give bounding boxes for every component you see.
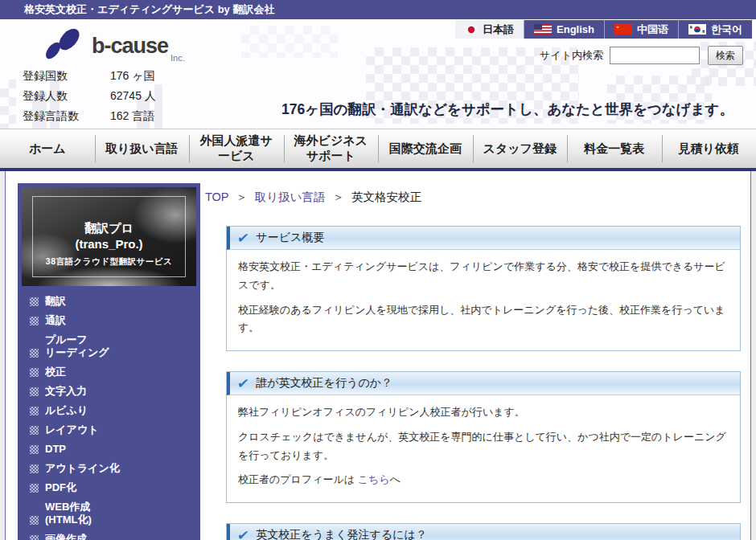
stat-languages: 登録言語数 162 言語 — [23, 109, 156, 124]
world-map-pattern — [0, 80, 16, 129]
stat-label: 登録言語数 — [23, 109, 110, 124]
sidebar-item-web-creation[interactable]: WEB作成 (HTML化) — [30, 497, 196, 530]
header-tagline: 176ヶ国の翻訳・通訳などをサポートし、あなたと世界をつなげます。 — [281, 100, 733, 119]
section-header: ✔ 誰が英文校正を行うのか？ — [227, 372, 740, 395]
sidebar: 翻訳プロ (trans_Pro.) 38言語クラウド型翻訳サービス 翻訳 通訳 … — [18, 183, 200, 540]
grid-bullet-icon — [30, 426, 39, 435]
section-how-to-order: ✔ 英文校正をうまく発注するには？ 最終的な用途、読み手がだれか、校正をする方向… — [226, 523, 741, 540]
grid-bullet-icon — [30, 297, 39, 306]
banner-subtitle: (trans_Pro.) — [75, 237, 142, 251]
content-frame: 翻訳プロ (trans_Pro.) 38言語クラウド型翻訳サービス 翻訳 通訳 … — [5, 171, 751, 540]
bcause-logo[interactable]: b-cause Inc. — [42, 26, 185, 66]
stat-label: 登録国数 — [23, 69, 110, 84]
breadcrumb-separator: ＞ — [236, 190, 248, 203]
section-paragraph: 弊社フィリピンオフィスのフィリピン人校正者が行います。 — [238, 403, 729, 422]
nav-item-staff-registration[interactable]: スタッフ登録 — [473, 129, 568, 168]
nav-item-home[interactable]: ホーム — [0, 129, 95, 168]
grid-bullet-icon — [30, 349, 39, 358]
lang-tab-label: 日本語 — [483, 22, 514, 37]
stat-label: 登録人数 — [23, 89, 110, 104]
site-search-label: サイト内検索 — [540, 48, 603, 63]
nav-item-dispatch-service[interactable]: 外国人派遣サ ービス — [189, 129, 284, 168]
lang-tab-english[interactable]: English — [524, 20, 604, 39]
breadcrumb-link-languages[interactable]: 取り扱い言語 — [255, 190, 326, 203]
section-body: 弊社フィリピンオフィスのフィリピン人校正者が行います。 クロスチェックはできませ… — [227, 395, 740, 502]
grid-bullet-icon — [30, 387, 39, 396]
site-title: 格安英文校正・エディティングサービス by 翻訳会社 — [0, 0, 756, 19]
section-paragraph-with-link: 校正者のプロフィールは こちらへ — [238, 471, 729, 489]
china-flag-icon — [614, 24, 632, 35]
section-paragraph: 格安英文校正・エディティングサービスは、フィリピンで作業する分、格安で校正を提供… — [238, 258, 729, 295]
usa-flag-icon — [534, 24, 552, 35]
nav-item-price-list[interactable]: 料金一覧表 — [567, 129, 662, 168]
korea-flag-icon — [688, 24, 706, 35]
link-line-suffix: へ — [390, 473, 401, 485]
lang-tab-korean[interactable]: 한국어 — [678, 20, 752, 39]
sections: ✔ サービス概要 格安英文校正・エディティングサービスは、フィリピンで作業する分… — [226, 226, 741, 540]
stat-people: 登録人数 62745 人 — [23, 89, 156, 104]
page: 格安英文校正・エディティングサービス by 翻訳会社 b-cause Inc. … — [0, 0, 756, 540]
nav-item-quote-request[interactable]: 見積り依頼 — [662, 129, 756, 168]
nav-item-languages[interactable]: 取り扱い言語 — [95, 129, 190, 168]
sidebar-item-proofreading[interactable]: プルーフ リーディング — [30, 330, 196, 362]
sidebar-item-translation[interactable]: 翻訳 — [30, 292, 196, 311]
sidebar-item-correction[interactable]: 校正 — [30, 362, 196, 382]
banner-caption: 38言語クラウド型翻訳サービス — [46, 256, 172, 268]
top-bar: 格安英文校正・エディティングサービス by 翻訳会社 — [0, 0, 756, 19]
site-search-input[interactable] — [610, 47, 700, 64]
registration-stats: 登録国数 176 ヶ国 登録人数 62745 人 登録言語数 162 言語 — [23, 69, 156, 129]
section-service-overview: ✔ サービス概要 格安英文校正・エディティングサービスは、フィリピンで作業する分… — [226, 226, 741, 351]
world-map-pattern — [241, 26, 338, 58]
trans-pro-banner[interactable]: 翻訳プロ (trans_Pro.) 38言語クラウド型翻訳サービス — [22, 187, 196, 286]
header: b-cause Inc. 登録国数 176 ヶ国 登録人数 62745 人 登録… — [0, 19, 756, 129]
lang-tab-label: 中国语 — [637, 22, 668, 37]
sidebar-item-layout[interactable]: レイアウト — [30, 420, 196, 440]
site-search-button[interactable]: 検索 — [708, 46, 743, 65]
section-title: サービス概要 — [256, 229, 324, 247]
section-header: ✔ 英文校正をうまく発注するには？ — [227, 524, 740, 540]
grid-bullet-icon — [30, 484, 39, 493]
stat-value: 162 言語 — [110, 109, 154, 124]
stat-value: 62745 人 — [110, 89, 156, 104]
section-who-proofreads: ✔ 誰が英文校正を行うのか？ 弊社フィリピンオフィスのフィリピン人校正者が行いま… — [226, 371, 741, 503]
lang-tab-label: 한국어 — [711, 22, 742, 37]
lang-tab-japanese[interactable]: 日本語 — [455, 20, 524, 39]
section-title: 英文校正をうまく発注するには？ — [256, 526, 427, 540]
japan-flag-icon — [465, 25, 478, 35]
grid-bullet-icon — [30, 445, 39, 454]
section-paragraph: 校正経験のあるフィリピン人を現地で採用し、社内でトレーニングを行った後、校正作業… — [238, 301, 729, 338]
grid-bullet-icon — [30, 368, 39, 377]
breadcrumb-link-top[interactable]: TOP — [205, 190, 228, 203]
sidebar-item-interpretation[interactable]: 通訳 — [30, 311, 196, 330]
profile-link[interactable]: こちら — [358, 473, 390, 485]
breadcrumb-separator: ＞ — [333, 190, 345, 203]
link-line-prefix: 校正者のプロフィールは — [238, 473, 358, 485]
sidebar-item-pdf[interactable]: PDF化 — [30, 478, 196, 497]
sidebar-item-image-creation[interactable]: 画像作成 — [30, 530, 196, 540]
sidebar-item-outline[interactable]: アウトライン化 — [30, 459, 196, 478]
site-search: サイト内検索 検索 — [540, 46, 743, 65]
lang-tab-chinese[interactable]: 中国语 — [604, 20, 678, 39]
logo-inc-text: Inc. — [171, 53, 185, 66]
check-icon: ✔ — [236, 375, 250, 392]
nav-item-international-exchange[interactable]: 国際交流企画 — [378, 129, 473, 168]
section-header: ✔ サービス概要 — [227, 227, 740, 250]
main-content: TOP ＞ 取り扱い言語 ＞ 英文格安校正 ✔ サービス概要 格安英文校正・エデ… — [200, 183, 754, 540]
sidebar-item-text-entry[interactable]: 文字入力 — [30, 382, 196, 401]
grid-bullet-icon — [30, 464, 39, 473]
check-icon: ✔ — [236, 527, 250, 540]
sidebar-item-ruby[interactable]: ルビふり — [30, 401, 196, 420]
grid-bullet-icon — [30, 516, 39, 525]
section-paragraph: クロスチェックはできませんが、英文校正を専門的に仕事として行い、かつ社内で一定の… — [238, 428, 729, 465]
grid-bullet-icon — [30, 535, 39, 540]
section-title: 誰が英文校正を行うのか？ — [256, 374, 392, 392]
content-outer: 翻訳プロ (trans_Pro.) 38言語クラウド型翻訳サービス 翻訳 通訳 … — [0, 171, 756, 540]
sidebar-menu: 翻訳 通訳 プルーフ リーディング 校正 文字入力 ルビふり レイアウト DTP… — [22, 286, 196, 540]
language-bar: 日本語 English 中国语 한국어 — [455, 20, 752, 39]
banner-text: 翻訳プロ (trans_Pro.) 38言語クラウド型翻訳サービス — [22, 187, 196, 286]
breadcrumb: TOP ＞ 取り扱い言語 ＞ 英文格安校正 — [205, 190, 754, 205]
sidebar-item-dtp[interactable]: DTP — [30, 440, 196, 459]
section-body: 格安英文校正・エディティングサービスは、フィリピンで作業する分、格安で校正を提供… — [227, 250, 740, 350]
nav-item-overseas-business[interactable]: 海外ビジネス サポート — [284, 129, 379, 168]
breadcrumb-current: 英文格安校正 — [351, 190, 421, 203]
